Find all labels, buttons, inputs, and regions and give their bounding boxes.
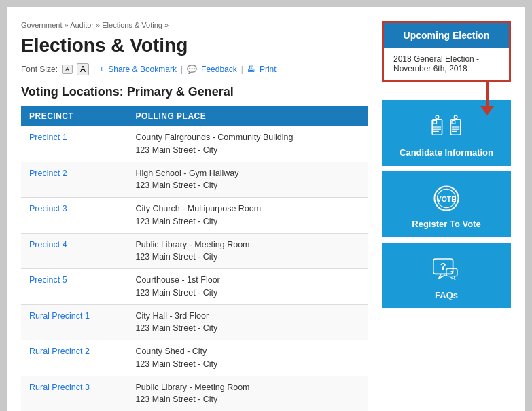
precinct-cell: Rural Precinct 2: [21, 340, 127, 376]
plus-icon: +: [99, 65, 104, 74]
col-polling-place: POLLING PLACE: [127, 106, 368, 126]
faqs-label: FAQs: [389, 290, 504, 300]
precinct-link[interactable]: Rural Precinct 1: [29, 311, 90, 321]
feedback-link[interactable]: Feedback: [201, 65, 237, 74]
font-controls: Font Size: A A | + Share & Bookmark | 💬 …: [21, 63, 368, 75]
faqs-card[interactable]: ? ? FAQs: [382, 243, 511, 308]
table-row: Precinct 1County Fairgrounds - Community…: [21, 126, 368, 162]
precinct-cell: Precinct 4: [21, 233, 127, 269]
upcoming-election-body: 2018 General Election - November 6th, 20…: [384, 48, 509, 80]
upcoming-election-header[interactable]: Upcoming Election: [384, 23, 509, 48]
precinct-cell: Precinct 5: [21, 269, 127, 305]
red-arrow-indicator: [477, 82, 497, 116]
precinct-cell: Precinct 1: [21, 126, 127, 162]
svg-rect-6: [452, 120, 455, 124]
col-precinct: PRECINCT: [21, 106, 127, 126]
polling-place-cell: City Church - Multipurpose Room123 Main …: [127, 198, 368, 234]
precinct-cell: Precinct 2: [21, 162, 127, 198]
precinct-link[interactable]: Precinct 5: [29, 275, 67, 285]
table-row: Precinct 2High School - Gym Hallway123 M…: [21, 162, 368, 198]
font-size-label: Font Size:: [21, 65, 58, 74]
main-content: Government » Auditor » Elections & Votin…: [21, 21, 368, 411]
page-title: Elections & Voting: [21, 35, 368, 56]
precinct-link[interactable]: Precinct 1: [29, 132, 67, 142]
table-header-row: PRECINCT POLLING PLACE: [21, 106, 368, 126]
breadcrumb: Government » Auditor » Elections & Votin…: [21, 21, 368, 29]
precinct-cell: Precinct 3: [21, 198, 127, 234]
breadcrumb-text: Government » Auditor » Elections & Votin…: [21, 21, 169, 29]
precinct-link[interactable]: Precinct 2: [29, 168, 67, 178]
polling-place-cell: High School - Gym Hallway123 Main Street…: [127, 162, 368, 198]
polling-place-cell: Public Library - Meeting Room123 Main St…: [127, 376, 368, 411]
print-icon: 🖶: [247, 65, 255, 74]
polling-place-cell: City Hall - 3rd Floor123 Main Street - C…: [127, 304, 368, 340]
table-row: Rural Precinct 1City Hall - 3rd Floor123…: [21, 304, 368, 340]
table-row: Precinct 4Public Library - Meeting Room1…: [21, 233, 368, 269]
podium-icon: [430, 111, 463, 143]
svg-text:?: ?: [440, 261, 446, 272]
page-container: Government » Auditor » Elections & Votin…: [7, 7, 525, 411]
svg-rect-1: [433, 120, 437, 124]
arrow-head: [480, 106, 494, 115]
svg-text:?: ?: [450, 270, 453, 276]
candidate-info-label: Candidate Information: [389, 147, 504, 158]
precinct-link[interactable]: Precinct 4: [29, 240, 67, 249]
section-title: Voting Locations: Primary & General: [21, 85, 368, 99]
precinct-link[interactable]: Rural Precinct 3: [29, 382, 90, 392]
svg-text:VOTE: VOTE: [437, 196, 456, 203]
register-vote-label: Register To Vote: [389, 219, 504, 229]
table-row: Precinct 5Courthouse - 1st Floor123 Main…: [21, 269, 368, 305]
precinct-link[interactable]: Precinct 3: [29, 204, 67, 213]
polling-place-cell: County Fairgrounds - Community Building1…: [127, 126, 368, 162]
voting-table: PRECINCT POLLING PLACE Precinct 1County …: [21, 106, 368, 411]
upcoming-election-wrapper: Upcoming Election 2018 General Election …: [382, 21, 511, 82]
polling-place-cell: Courthouse - 1st Floor123 Main Street - …: [127, 269, 368, 305]
polling-place-cell: Public Library - Meeting Room123 Main St…: [127, 233, 368, 269]
precinct-cell: Rural Precinct 1: [21, 304, 127, 340]
upcoming-election-box: Upcoming Election 2018 General Election …: [382, 21, 511, 82]
font-small-button[interactable]: A: [62, 65, 73, 74]
register-to-vote-card[interactable]: VOTE Register To Vote: [382, 171, 511, 237]
polling-place-cell: County Shed - City123 Main Street - City: [127, 340, 368, 376]
sidebar: Upcoming Election 2018 General Election …: [382, 21, 511, 411]
arrow-line: [486, 82, 489, 106]
table-row: Rural Precinct 2County Shed - City123 Ma…: [21, 340, 368, 376]
faq-icon: ? ?: [430, 253, 463, 286]
comment-icon: 💬: [187, 65, 197, 74]
svg-point-10: [436, 115, 439, 119]
svg-point-12: [454, 115, 457, 119]
vote-icon: VOTE: [430, 182, 463, 215]
precinct-link[interactable]: Rural Precinct 2: [29, 346, 90, 356]
table-row: Rural Precinct 3Public Library - Meeting…: [21, 376, 368, 411]
font-large-button[interactable]: A: [77, 63, 89, 75]
share-bookmark-link[interactable]: Share & Bookmark: [108, 65, 177, 74]
precinct-cell: Rural Precinct 3: [21, 376, 127, 411]
table-row: Precinct 3City Church - Multipurpose Roo…: [21, 198, 368, 234]
print-link[interactable]: Print: [260, 65, 277, 74]
